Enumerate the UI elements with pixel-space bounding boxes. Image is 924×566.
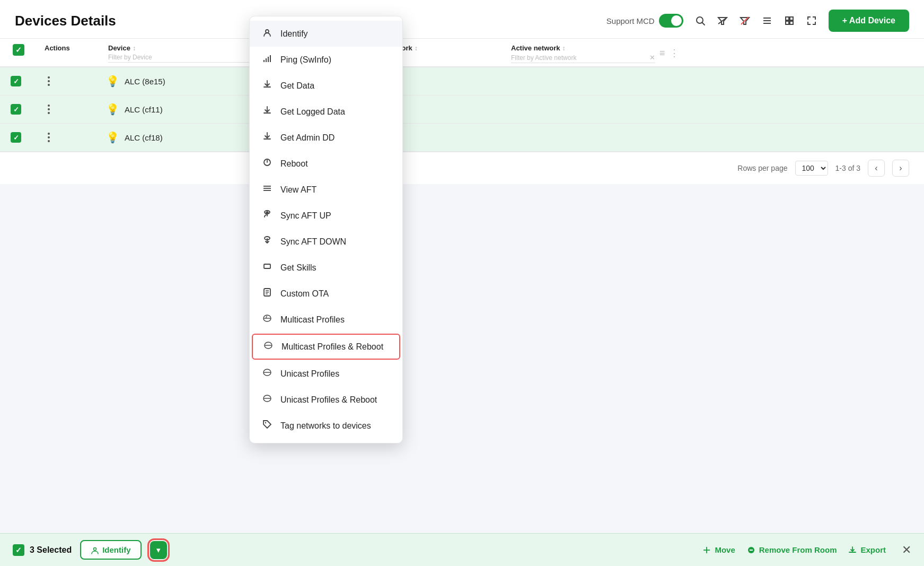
- selected-checkbox[interactable]: [13, 544, 24, 556]
- menu-item-get-data[interactable]: Get Data: [250, 73, 402, 99]
- svg-rect-11: [786, 21, 789, 24]
- active-sort-icon[interactable]: ↕: [562, 45, 565, 52]
- menu-item-sync-aft-up[interactable]: Sync AFT UP: [250, 203, 402, 229]
- dropdown-arrow-button[interactable]: ▾: [150, 541, 167, 559]
- target-sort-icon[interactable]: ↕: [415, 45, 418, 52]
- active-network-filter-text: Filter by Active network: [511, 54, 576, 62]
- menu-item-unicast-profiles-reboot[interactable]: Unicast Profiles & Reboot: [250, 387, 402, 413]
- device-icon-1: 💡: [106, 75, 119, 88]
- row-actions-1[interactable]: [42, 75, 55, 88]
- select-all-col: [11, 39, 42, 66]
- menu-label-sync-aft-up: Sync AFT UP: [280, 211, 331, 221]
- support-mcd-switch[interactable]: [659, 14, 683, 28]
- active-network-label: Active network ↕: [511, 44, 655, 52]
- move-action[interactable]: Move: [702, 545, 735, 554]
- menu-item-get-admin-dd[interactable]: Get Admin DD: [250, 125, 402, 151]
- rows-per-page-label: Rows per page: [737, 164, 787, 172]
- search-icon[interactable]: [693, 13, 708, 28]
- svg-point-24: [265, 237, 270, 240]
- menu-item-identify[interactable]: Identify: [250, 21, 402, 47]
- menu-label-get-skills: Get Skills: [280, 263, 316, 273]
- identify-button-label: Identify: [102, 545, 130, 554]
- menu-item-custom-ota[interactable]: Custom OTA: [250, 281, 402, 307]
- menu-label-get-data: Get Data: [280, 81, 314, 91]
- active-network-filter-clear[interactable]: ✕: [649, 54, 655, 62]
- row-checkbox-1[interactable]: [11, 76, 21, 86]
- svg-rect-12: [790, 21, 793, 24]
- pagination: Rows per page 100 50 25 1-3 of 3 ‹ ›: [0, 152, 924, 184]
- multicast-profiles-reboot-menu-icon: [262, 341, 274, 353]
- add-device-button[interactable]: + Add Device: [829, 10, 909, 32]
- menu-item-unicast-profiles[interactable]: Unicast Profiles: [250, 361, 402, 387]
- device-sort-icon[interactable]: ↕: [133, 45, 136, 52]
- menu-item-multicast-profiles[interactable]: Multicast Profiles: [250, 307, 402, 333]
- list-view-icon[interactable]: [760, 13, 775, 28]
- menu-item-get-skills[interactable]: Get Skills: [250, 255, 402, 281]
- actions-col-header: Actions: [42, 39, 106, 66]
- svg-rect-25: [264, 264, 270, 268]
- spacer-col: ≡ ⋮: [657, 39, 806, 66]
- svg-rect-16: [268, 57, 269, 62]
- device-icon-2: 💡: [106, 103, 119, 116]
- svg-rect-9: [786, 17, 789, 20]
- unicast-profiles-reboot-menu-icon: [261, 394, 273, 406]
- identify-button[interactable]: Identify: [80, 540, 141, 560]
- tag-networks-menu-icon: [261, 420, 273, 432]
- remove-action[interactable]: Remove From Room: [747, 545, 837, 554]
- row-actions-3[interactable]: [42, 131, 55, 144]
- menu-label-reboot: Reboot: [280, 159, 308, 169]
- active-network-col-header: Active network ↕ Filter by Active networ…: [509, 39, 657, 66]
- menu-item-tag-networks[interactable]: Tag networks to devices: [250, 413, 402, 439]
- svg-rect-17: [270, 55, 271, 62]
- row-checkbox-2[interactable]: [11, 104, 21, 115]
- header-right: Support MCD + Add Device: [606, 10, 909, 32]
- filter-clear-icon[interactable]: [737, 13, 752, 28]
- page-header: Devices Details Support MCD: [0, 0, 924, 38]
- get-admin-dd-menu-icon: [261, 132, 273, 144]
- get-skills-menu-icon: [261, 262, 273, 274]
- selected-count-text: 3 Selected: [30, 545, 72, 555]
- support-mcd-label: Support MCD: [606, 16, 655, 25]
- svg-point-31: [94, 547, 96, 550]
- select-all-checkbox[interactable]: [13, 44, 24, 56]
- next-page-button[interactable]: ›: [892, 160, 909, 177]
- export-action-label: Export: [860, 545, 886, 554]
- svg-point-13: [266, 30, 269, 33]
- sync-aft-up-menu-icon: [261, 210, 273, 222]
- bottom-bar-actions: Move Remove From Room Export ✕: [702, 543, 911, 557]
- row-checkbox-3[interactable]: [11, 132, 21, 143]
- row-device-2: 💡 ALC (cf11): [106, 103, 254, 116]
- toolbar-icons: [693, 13, 819, 28]
- menu-item-reboot[interactable]: Reboot: [250, 151, 402, 177]
- svg-line-1: [702, 23, 705, 25]
- svg-point-30: [265, 422, 266, 423]
- menu-item-multicast-profiles-reboot[interactable]: Multicast Profiles & Reboot: [252, 334, 400, 360]
- row-device-1: 💡 ALC (8e15): [106, 75, 254, 88]
- rows-per-page-select[interactable]: 100 50 25: [795, 161, 828, 176]
- menu-label-sync-aft-down: Sync AFT DOWN: [280, 237, 346, 247]
- row-actions-2[interactable]: [42, 103, 55, 116]
- menu-item-ping[interactable]: Ping (SwInfo): [250, 47, 402, 73]
- menu-label-unicast-profiles: Unicast Profiles: [280, 369, 339, 379]
- prev-page-button[interactable]: ‹: [868, 160, 885, 177]
- grid-view-icon[interactable]: [782, 13, 797, 28]
- table-row: 💡 ALC (8e15) AMBR 1F: [0, 67, 924, 95]
- identify-menu-icon: [261, 28, 273, 40]
- device-icon-3: 💡: [106, 131, 119, 144]
- menu-item-get-logged-data[interactable]: Get Logged Data: [250, 99, 402, 125]
- menu-label-view-aft: View AFT: [280, 185, 316, 195]
- menu-item-sync-aft-down[interactable]: Sync AFT DOWN: [250, 229, 402, 255]
- filter-icon[interactable]: [715, 13, 730, 28]
- menu-label-unicast-profiles-reboot: Unicast Profiles & Reboot: [280, 395, 377, 405]
- table-header: Actions Device ↕ Filter by Device ≡ ⋮ Ta…: [0, 39, 924, 67]
- svg-rect-10: [790, 17, 793, 20]
- custom-ota-menu-icon: [261, 288, 273, 300]
- close-bottom-bar-button[interactable]: ✕: [902, 543, 911, 557]
- export-action[interactable]: Export: [848, 545, 886, 554]
- row-device-3: 💡 ALC (cf18): [106, 131, 254, 144]
- menu-label-identify: Identify: [280, 29, 308, 39]
- menu-item-view-aft[interactable]: View AFT: [250, 177, 402, 203]
- expand-icon[interactable]: [804, 13, 819, 28]
- get-data-menu-icon: [261, 80, 273, 92]
- menu-label-get-logged-data: Get Logged Data: [280, 107, 345, 117]
